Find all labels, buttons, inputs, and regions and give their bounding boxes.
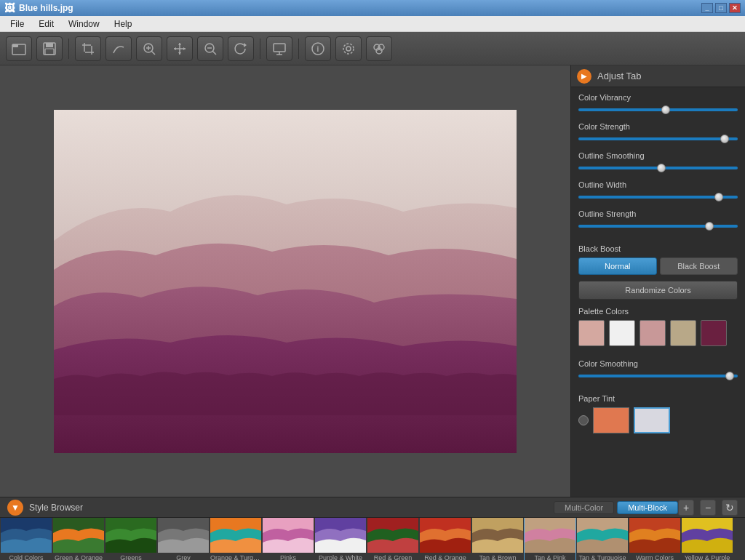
svg-point-28 <box>346 47 351 51</box>
main-content: ▶ Adjust Tab Color Vibrancy Color Streng… <box>0 65 745 497</box>
canvas-area <box>0 65 570 497</box>
color-smoothing-section: Color Smoothing <box>571 353 745 394</box>
color-smoothing-thumb[interactable] <box>725 372 734 380</box>
pinks[interactable]: Pinks <box>262 518 314 560</box>
menu-window[interactable]: Window <box>61 17 107 31</box>
paper-tint-light[interactable] <box>634 407 670 433</box>
maximize-btn[interactable]: □ <box>715 3 727 13</box>
svg-marker-18 <box>183 47 186 50</box>
crop-btn[interactable] <box>75 36 101 61</box>
color-smoothing-label: Color Smoothing <box>578 359 738 368</box>
menu-help[interactable]: Help <box>107 17 140 31</box>
refresh-btn[interactable]: ↻ <box>722 500 738 516</box>
minimize-btn[interactable]: _ <box>701 3 713 13</box>
display-btn[interactable] <box>266 36 292 61</box>
zoom-in-btn[interactable] <box>136 36 162 61</box>
yellow-purple[interactable]: Yellow & Purple <box>681 518 733 560</box>
style-thumbnails: Cold ColorsGreen & OrangeGreensGreyOrang… <box>0 518 745 560</box>
remove-btn[interactable]: − <box>700 500 716 516</box>
black-boost-row: Normal Black Boost <box>571 257 745 275</box>
multi-color-tab[interactable]: Multi-Color <box>554 501 614 514</box>
outline-smoothing-thumb[interactable] <box>657 164 666 172</box>
collapse-btn[interactable]: ▼ <box>7 500 23 516</box>
tan-turquoise[interactable]: Tan & Turquoise <box>576 518 629 560</box>
outline-strength-slider[interactable] <box>578 221 738 231</box>
orange-turquoise[interactable]: Orange & Turquoise <box>210 518 262 560</box>
rotate-btn[interactable] <box>228 36 254 61</box>
red-orange[interactable]: Red & Orange <box>419 518 471 560</box>
close-btn[interactable]: ✕ <box>729 3 741 13</box>
palette-colors-row <box>571 320 745 346</box>
color-smoothing-slider[interactable] <box>578 371 738 381</box>
color-vibrancy-thumb[interactable] <box>661 105 670 114</box>
black-boost-btn[interactable]: Black Boost <box>660 257 738 275</box>
svg-point-29 <box>343 44 354 54</box>
toolbar: i <box>0 32 745 65</box>
zoom-out-btn[interactable] <box>197 36 223 61</box>
outline-strength-label: Outline Strength <box>578 209 738 218</box>
outline-strength-thumb[interactable] <box>705 222 714 231</box>
color-strength-track <box>578 137 738 140</box>
outline-width-thumb[interactable] <box>714 193 723 201</box>
color-vibrancy-track <box>578 108 738 111</box>
red-green[interactable]: Red & Green <box>367 518 419 560</box>
normal-btn[interactable]: Normal <box>578 257 657 275</box>
svg-marker-16 <box>178 52 181 55</box>
cold-colors[interactable]: Cold Colors <box>0 518 52 560</box>
info-btn[interactable]: i <box>305 36 331 61</box>
style-browser: ▼ Style Browser Multi-Color Multi-Block … <box>0 497 745 560</box>
settings-btn[interactable] <box>335 36 362 61</box>
save-btn[interactable] <box>36 36 63 61</box>
svg-rect-23 <box>274 44 285 52</box>
curve-btn[interactable] <box>105 36 132 61</box>
menu-edit[interactable]: Edit <box>31 17 61 31</box>
purple-white[interactable]: Purple & White <box>314 518 367 560</box>
paper-tint-orange[interactable] <box>593 407 629 433</box>
paper-tint-circle[interactable] <box>578 415 589 425</box>
menu-file[interactable]: File <box>3 17 31 31</box>
svg-rect-1 <box>12 44 18 47</box>
outline-smoothing-slider[interactable] <box>578 163 738 173</box>
adjust-header: ▶ Adjust Tab <box>571 65 745 87</box>
greens[interactable]: Greens <box>105 518 157 560</box>
outline-smoothing-label: Outline Smoothing <box>578 151 738 160</box>
app-icon: 🖼 <box>4 2 15 14</box>
outline-width-slider[interactable] <box>578 192 738 202</box>
add-btn[interactable]: + <box>678 500 694 516</box>
color-strength-label: Color Strength <box>578 122 738 131</box>
outline-strength-track <box>578 225 738 228</box>
style-thumbnails-inner: Cold ColorsGreen & OrangeGreensGreyOrang… <box>0 518 733 560</box>
open-file-btn[interactable] <box>6 36 32 61</box>
palette-swatch-0[interactable] <box>578 320 605 346</box>
palette-swatch-1[interactable] <box>609 320 635 346</box>
warm-colors[interactable]: Warm Colors <box>629 518 681 560</box>
paper-tint-label: Paper Tint <box>571 394 745 403</box>
svg-marker-17 <box>174 47 176 50</box>
grey[interactable]: Grey <box>157 518 210 560</box>
palette-swatch-4[interactable] <box>701 320 727 346</box>
style-browser-header: ▼ Style Browser Multi-Color Multi-Block … <box>0 497 745 518</box>
palette-swatch-2[interactable] <box>640 320 666 346</box>
effects-btn[interactable] <box>366 36 392 61</box>
color-strength-slider[interactable] <box>578 134 738 144</box>
window-controls: _ □ ✕ <box>701 3 741 13</box>
play-btn[interactable]: ▶ <box>577 69 591 84</box>
palette-swatch-3[interactable] <box>670 320 696 346</box>
tan-pink[interactable]: Tan & Pink <box>524 518 576 560</box>
color-vibrancy-slider[interactable] <box>578 105 738 115</box>
sliders-section: Color Vibrancy Color Strength Outline Sm… <box>571 87 745 244</box>
svg-line-10 <box>151 51 155 55</box>
green-orange[interactable]: Green & Orange <box>52 518 105 560</box>
svg-marker-22 <box>244 43 247 47</box>
randomize-colors-btn[interactable]: Randomize Colors <box>578 281 738 300</box>
black-boost-label: Black Boost <box>571 244 745 253</box>
toolbar-sep-1 <box>68 39 69 59</box>
pan-btn[interactable] <box>167 36 193 61</box>
window-title: Blue hills.jpg <box>19 3 73 13</box>
multi-block-tab[interactable]: Multi-Block <box>617 501 678 514</box>
svg-rect-4 <box>45 49 54 55</box>
toolbar-sep-2 <box>260 39 260 59</box>
tan-brown[interactable]: Tan & Brown <box>471 518 524 560</box>
svg-text:i: i <box>317 45 319 53</box>
color-strength-thumb[interactable] <box>720 135 729 143</box>
